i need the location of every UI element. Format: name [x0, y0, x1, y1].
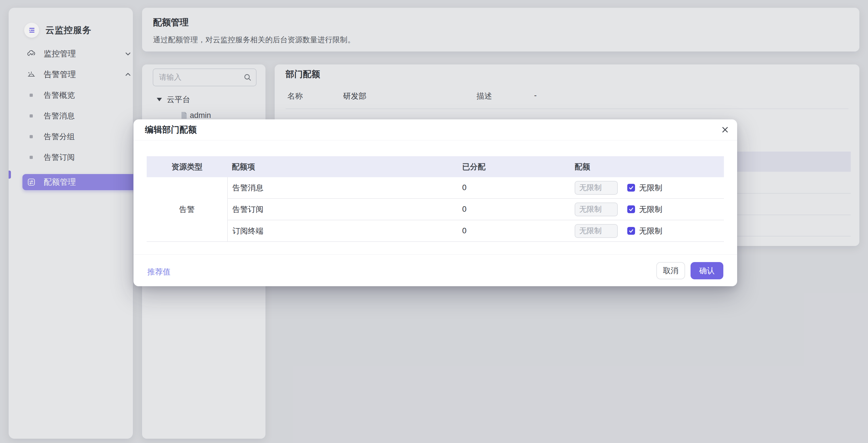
quota-input[interactable]: [575, 203, 618, 216]
confirm-button[interactable]: 确认: [690, 262, 723, 279]
table-row: 告警消息 0 无限制: [228, 177, 724, 198]
unlimited-checkbox[interactable]: [627, 205, 635, 213]
quota-item-label: 告警订阅: [228, 204, 458, 215]
unlimited-checkbox[interactable]: [627, 184, 635, 191]
allocated-value: 0: [458, 205, 570, 214]
recommended-values-link[interactable]: 推荐值: [147, 267, 170, 277]
unlimited-label: 无限制: [639, 183, 662, 193]
modal-footer-divider: [133, 254, 737, 255]
unlimited-label: 无限制: [639, 204, 662, 215]
allocated-value: 0: [458, 183, 570, 192]
close-button[interactable]: [719, 124, 731, 136]
unlimited-label: 无限制: [639, 226, 662, 236]
quota-input[interactable]: [575, 224, 618, 238]
unlimited-checkbox[interactable]: [627, 227, 635, 235]
quota-table-body: 告警 告警消息 0 无限制 告警: [147, 177, 724, 242]
quota-input[interactable]: [575, 181, 618, 195]
column-header-quota: 配额: [570, 162, 724, 172]
resource-type-cell: 告警: [147, 177, 228, 241]
quota-item-label: 告警消息: [228, 183, 458, 193]
quota-item-label: 订阅终端: [228, 226, 458, 236]
edit-quota-modal: 编辑部门配额 资源类型 配额项 已分配 配额 告警 告警消息 0: [133, 119, 737, 286]
modal-actions: 取消 确认: [656, 262, 723, 279]
cancel-button[interactable]: 取消: [656, 262, 685, 279]
close-icon: [720, 125, 730, 134]
column-header-quota-item: 配额项: [227, 162, 458, 172]
column-header-allocated: 已分配: [458, 162, 570, 172]
quota-table: 资源类型 配额项 已分配 配额 告警 告警消息 0: [147, 156, 724, 242]
table-row: 订阅终端 0 无限制: [228, 220, 724, 241]
modal-title: 编辑部门配额: [145, 119, 197, 140]
quota-management-page: { "colors": { "brand_purple": "#5f50e6",…: [0, 0, 868, 443]
column-header-resource-type: 资源类型: [147, 162, 227, 172]
quota-table-header: 资源类型 配额项 已分配 配额: [147, 156, 724, 177]
allocated-value: 0: [458, 227, 570, 235]
modal-header: 编辑部门配额: [133, 119, 737, 140]
table-row: 告警订阅 0 无限制: [228, 198, 724, 220]
